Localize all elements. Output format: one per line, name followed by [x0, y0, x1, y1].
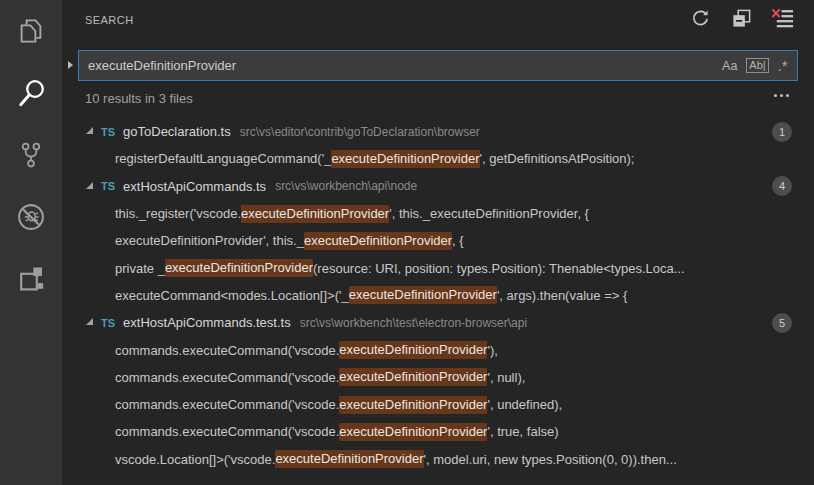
match-text-before: registerDefaultLanguageCommand('_: [115, 151, 331, 166]
activity-item-search[interactable]: [0, 62, 62, 124]
results-summary: 10 results in 3 files: [85, 91, 193, 106]
match-highlight: executeDefinitionProvider: [275, 450, 423, 468]
search-match-row[interactable]: registerDefaultLanguageCommand('_execute…: [62, 145, 814, 172]
match-text-after: ', getDefinitionsAtPosition);: [480, 151, 635, 166]
match-text-after: ', undefined),: [487, 397, 562, 412]
match-highlight: executeDefinitionProvider: [339, 423, 487, 441]
match-text-after: (resource: URI, position: types.Position…: [313, 261, 685, 276]
file-path: src\vs\workbench\test\electron-browser\a…: [300, 316, 527, 330]
search-results-list: TSgoToDeclaration.tssrc\vs\editor\contri…: [62, 118, 814, 473]
ellipsis-icon: [786, 94, 789, 97]
match-highlight: executeDefinitionProvider: [349, 286, 497, 304]
vscode-window: SEARCH: [0, 0, 814, 485]
match-count-badge: 1: [772, 122, 792, 142]
refresh-button[interactable]: [689, 9, 711, 31]
match-highlight: executeDefinitionProvider: [331, 150, 479, 168]
file-result-row[interactable]: TSgoToDeclaration.tssrc\vs\editor\contri…: [62, 118, 814, 145]
match-text-before: vscode.Location[]>('vscode.: [115, 452, 275, 467]
file-result-row[interactable]: TSextHostApiCommands.tssrc\vs\workbench\…: [62, 173, 814, 200]
match-text-before: executeCommand<modes.Location[]>('_: [115, 288, 349, 303]
file-result-row[interactable]: TSextHostApiCommands.test.tssrc\vs\workb…: [62, 309, 814, 336]
regex-toggle[interactable]: .*: [778, 58, 788, 74]
file-name: goToDeclaration.ts: [123, 124, 231, 139]
activity-item-explorer[interactable]: [0, 0, 62, 62]
ellipsis-icon: [780, 94, 783, 97]
search-match-row[interactable]: private _executeDefinitionProvider(resou…: [62, 254, 814, 281]
search-match-row[interactable]: executeCommand<modes.Location[]>('_execu…: [62, 282, 814, 309]
activity-bar: [0, 0, 62, 485]
match-highlight: executeDefinitionProvider: [339, 396, 487, 414]
ts-file-icon: TS: [101, 126, 115, 138]
match-text-after: ', true, false): [487, 424, 558, 439]
match-text-before: this._register('vscode.: [115, 206, 241, 221]
collapse-all-button[interactable]: [730, 9, 752, 31]
clear-results-icon: [771, 7, 794, 34]
search-match-row[interactable]: executeDefinitionProvider', this._execut…: [62, 227, 814, 254]
search-input[interactable]: [79, 58, 722, 73]
match-count-badge: 4: [772, 176, 792, 196]
match-text-before: executeDefinitionProvider', this._: [115, 233, 304, 248]
activity-item-source-control[interactable]: [0, 124, 62, 186]
search-match-row[interactable]: vscode.Location[]>('vscode.executeDefini…: [62, 446, 814, 473]
search-match-row[interactable]: this._register('vscode.executeDefinition…: [62, 200, 814, 227]
file-name: extHostApiCommands.test.ts: [123, 315, 291, 330]
search-match-row[interactable]: commands.executeCommand('vscode.executeD…: [62, 418, 814, 445]
file-path: src\vs\workbench\api\node: [275, 179, 417, 193]
search-panel: SEARCH: [62, 0, 814, 485]
match-highlight: executeDefinitionProvider: [165, 259, 313, 277]
clear-search-results-button[interactable]: [771, 9, 793, 31]
chevron-right-icon: [68, 61, 73, 69]
match-text-before: commands.executeCommand('vscode.: [115, 370, 339, 385]
twistie-expanded-icon[interactable]: [86, 318, 93, 325]
search-match-row[interactable]: commands.executeCommand('vscode.executeD…: [62, 391, 814, 418]
file-name: extHostApiCommands.ts: [123, 179, 266, 194]
match-text-after: ', null),: [487, 370, 525, 385]
match-case-toggle[interactable]: Aa: [722, 59, 737, 73]
file-path: src\vs\editor\contrib\goToDeclaration\br…: [240, 125, 480, 139]
whole-word-toggle[interactable]: Ab|: [746, 58, 768, 73]
activity-item-extensions[interactable]: [0, 248, 62, 310]
toggle-search-details-button[interactable]: [772, 92, 791, 99]
panel-title: SEARCH: [85, 14, 134, 26]
files-icon: [16, 16, 46, 46]
twistie-expanded-icon[interactable]: [86, 127, 93, 134]
debug-disabled-icon: [16, 202, 46, 232]
match-text-after: , {: [452, 233, 464, 248]
match-text-after: ', args).then(value => {: [497, 288, 627, 303]
match-highlight: executeDefinitionProvider: [339, 368, 487, 386]
match-text-after: ', model.uri, new types.Position(0, 0)).…: [424, 452, 677, 467]
match-text-after: '),: [487, 343, 497, 358]
extensions-icon: [16, 264, 46, 294]
match-text-before: private _: [115, 261, 165, 276]
match-text-before: commands.executeCommand('vscode.: [115, 424, 339, 439]
search-icon: [15, 77, 47, 109]
collapse-all-icon: [731, 8, 752, 33]
match-highlight: executeDefinitionProvider: [304, 232, 452, 250]
activity-item-debug[interactable]: [0, 186, 62, 248]
twistie-expanded-icon[interactable]: [86, 182, 93, 189]
ts-file-icon: TS: [101, 317, 115, 329]
search-box: Aa Ab| .*: [78, 50, 798, 81]
match-highlight: executeDefinitionProvider: [241, 205, 389, 223]
refresh-icon: [690, 8, 710, 32]
panel-actions: [689, 9, 793, 31]
match-text-before: commands.executeCommand('vscode.: [115, 343, 339, 358]
match-highlight: executeDefinitionProvider: [339, 341, 487, 359]
git-branch-icon: [17, 140, 45, 170]
match-text-before: commands.executeCommand('vscode.: [115, 397, 339, 412]
ellipsis-icon: [774, 94, 777, 97]
ts-file-icon: TS: [101, 180, 115, 192]
search-match-row[interactable]: commands.executeCommand('vscode.executeD…: [62, 336, 814, 363]
match-text-after: ', this._executeDefinitionProvider, {: [389, 206, 589, 221]
match-count-badge: 5: [772, 313, 792, 333]
search-match-row[interactable]: commands.executeCommand('vscode.executeD…: [62, 364, 814, 391]
